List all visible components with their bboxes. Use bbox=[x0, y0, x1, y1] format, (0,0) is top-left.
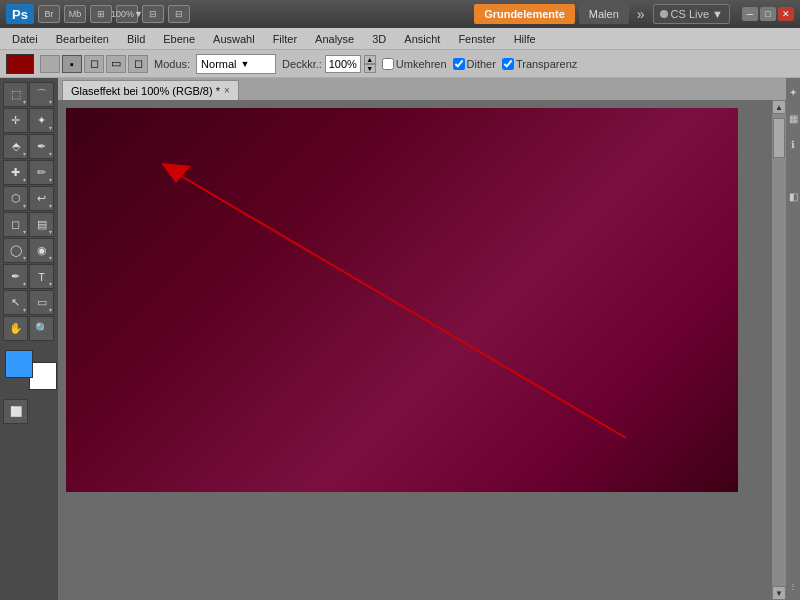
umkehren-group: Umkehren bbox=[382, 58, 447, 70]
document-canvas[interactable] bbox=[66, 108, 738, 492]
brush-color-swatch[interactable] bbox=[6, 54, 34, 74]
menu-ebene[interactable]: Ebene bbox=[155, 31, 203, 47]
mini-bridge-button[interactable]: Mb bbox=[64, 5, 86, 23]
tool-lasso[interactable]: ⌒▾ bbox=[29, 82, 54, 107]
tool-select-rect[interactable]: ⬚▾ bbox=[3, 82, 28, 107]
tool-crop[interactable]: ⬘▾ bbox=[3, 134, 28, 159]
tool-magic-wand[interactable]: ✦▾ bbox=[29, 108, 54, 133]
menu-hilfe[interactable]: Hilfe bbox=[506, 31, 544, 47]
brush-shape-5[interactable]: ◻ bbox=[128, 55, 148, 73]
tool-heal[interactable]: ✚▾ bbox=[3, 160, 28, 185]
color-tools bbox=[3, 346, 55, 394]
background-color-swatch[interactable] bbox=[29, 362, 57, 390]
foreground-color-swatch[interactable] bbox=[5, 350, 33, 378]
cslive-label: CS Live bbox=[671, 8, 710, 20]
mode-dropdown-arrow: ▼ bbox=[241, 59, 250, 69]
cslive-button[interactable]: CS Live ▼ bbox=[653, 4, 730, 24]
view-options-button[interactable]: ⊟ bbox=[142, 5, 164, 23]
menu-ansicht[interactable]: Ansicht bbox=[396, 31, 448, 47]
fg-bg-swatch bbox=[5, 350, 57, 390]
path-select-icon: ↖ bbox=[11, 296, 20, 309]
tool-hand[interactable]: ✋ bbox=[3, 316, 28, 341]
titlebar: Ps Br Mb ⊞ 100%▼ ⊟ ⊟ Grundelemente Malen… bbox=[0, 0, 800, 28]
umkehren-checkbox[interactable] bbox=[382, 58, 394, 70]
brush-shape-4[interactable]: ▭ bbox=[106, 55, 126, 73]
tool-move[interactable]: ✛ bbox=[3, 108, 28, 133]
tool-shape[interactable]: ▭▾ bbox=[29, 290, 54, 315]
mode-dropdown[interactable]: Normal ▼ bbox=[196, 54, 276, 74]
tool-eyedropper[interactable]: ✒▾ bbox=[29, 134, 54, 159]
main-area: ⬚▾ ⌒▾ ✛ ✦▾ ⬘▾ ✒▾ ✚▾ ✏▾ ⬡▾ ↩▾ ◻▾ ▤▾ ◯▾ ◉▾… bbox=[0, 78, 800, 600]
tool-zoom[interactable]: 🔍 bbox=[29, 316, 54, 341]
tool-history-brush[interactable]: ↩▾ bbox=[29, 186, 54, 211]
paint-button[interactable]: Malen bbox=[579, 4, 629, 24]
transparenz-checkbox[interactable] bbox=[502, 58, 514, 70]
heal-icon: ✚ bbox=[11, 166, 20, 179]
vscroll-thumb[interactable] bbox=[773, 118, 785, 158]
menu-auswahl[interactable]: Auswahl bbox=[205, 31, 263, 47]
expand-button[interactable]: » bbox=[633, 6, 649, 22]
tool-stamp[interactable]: ⬡▾ bbox=[3, 186, 28, 211]
menu-fenster[interactable]: Fenster bbox=[450, 31, 503, 47]
quick-mask-icon: ⬜ bbox=[10, 406, 22, 417]
opacity-up-button[interactable]: ▲ bbox=[364, 55, 376, 64]
document-tab[interactable]: Glaseffekt bei 100% (RGB/8) * × bbox=[62, 80, 239, 100]
brush-shape-1[interactable] bbox=[40, 55, 60, 73]
opacity-box: Deckkr.: 100% ▲ ▼ bbox=[282, 55, 376, 73]
vscroll-track[interactable] bbox=[772, 114, 786, 586]
brush-icon: ✏ bbox=[37, 166, 46, 179]
brush-shape-2[interactable]: ▪ bbox=[62, 55, 82, 73]
ps-logo: Ps bbox=[6, 4, 34, 24]
zoom-button[interactable]: 100%▼ bbox=[116, 5, 138, 23]
deckkr-label: Deckkr.: bbox=[282, 58, 322, 70]
menu-bild[interactable]: Bild bbox=[119, 31, 153, 47]
minimize-button[interactable]: ─ bbox=[742, 7, 758, 21]
opacity-down-button[interactable]: ▼ bbox=[364, 64, 376, 73]
pen-icon: ✒ bbox=[11, 270, 20, 283]
menu-analyse[interactable]: Analyse bbox=[307, 31, 362, 47]
bridge-button[interactable]: Br bbox=[38, 5, 60, 23]
dither-checkbox[interactable] bbox=[453, 58, 465, 70]
tool-pen[interactable]: ✒▾ bbox=[3, 264, 28, 289]
text-icon: T bbox=[38, 271, 45, 283]
tab-close-button[interactable]: × bbox=[224, 85, 230, 96]
dither-group: Dither bbox=[453, 58, 496, 70]
modus-label: Modus: bbox=[154, 58, 190, 70]
menu-datei[interactable]: Datei bbox=[4, 31, 46, 47]
panel-rotate-icon[interactable]: ✦ bbox=[783, 82, 800, 102]
tab-bar: Glaseffekt bei 100% (RGB/8) * × bbox=[58, 78, 786, 100]
workspace-button[interactable]: Grundelemente bbox=[474, 4, 575, 24]
eyedropper-icon: ✒ bbox=[37, 140, 46, 153]
menu-bearbeiten[interactable]: Bearbeiten bbox=[48, 31, 117, 47]
move-icon: ✛ bbox=[11, 114, 20, 127]
hand-icon: ✋ bbox=[9, 322, 23, 335]
tool-brush[interactable]: ✏▾ bbox=[29, 160, 54, 185]
close-button[interactable]: ✕ bbox=[778, 7, 794, 21]
tool-blur[interactable]: ◯▾ bbox=[3, 238, 28, 263]
arrangement-button[interactable]: ⊞ bbox=[90, 5, 112, 23]
mode-value: Normal bbox=[201, 58, 236, 70]
tool-text[interactable]: T▾ bbox=[29, 264, 54, 289]
tool-dodge[interactable]: ◉▾ bbox=[29, 238, 54, 263]
deckkr-value: 100% bbox=[329, 58, 357, 70]
eraser-icon: ◻ bbox=[11, 218, 20, 231]
extras-button[interactable]: ⊟ bbox=[168, 5, 190, 23]
select-rect-icon: ⬚ bbox=[11, 88, 21, 101]
stamp-icon: ⬡ bbox=[11, 192, 21, 205]
history-brush-icon: ↩ bbox=[37, 192, 46, 205]
menu-filter[interactable]: Filter bbox=[265, 31, 305, 47]
menu-3d[interactable]: 3D bbox=[364, 31, 394, 47]
tool-eraser[interactable]: ◻▾ bbox=[3, 212, 28, 237]
tool-path-select[interactable]: ↖▾ bbox=[3, 290, 28, 315]
crop-icon: ⬘ bbox=[12, 140, 20, 153]
shape-icon: ▭ bbox=[37, 296, 47, 309]
maximize-button[interactable]: □ bbox=[760, 7, 776, 21]
tab-title: Glaseffekt bei 100% (RGB/8) * bbox=[71, 85, 220, 97]
tool-gradient[interactable]: ▤▾ bbox=[29, 212, 54, 237]
quick-mask-button[interactable]: ⬜ bbox=[3, 399, 28, 424]
canvas-wrapper[interactable] bbox=[58, 100, 772, 600]
umkehren-label: Umkehren bbox=[396, 58, 447, 70]
deckkr-input[interactable]: 100% bbox=[325, 55, 361, 73]
transparenz-group: Transparenz bbox=[502, 58, 577, 70]
brush-shape-3[interactable]: ◻ bbox=[84, 55, 104, 73]
